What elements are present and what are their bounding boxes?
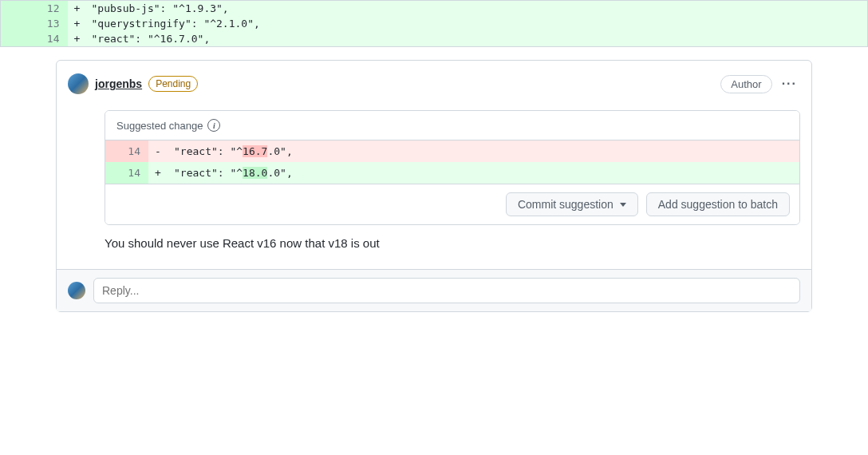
comment-header: jorgenbs Pending Author ···: [68, 73, 800, 94]
diff-added-row: 14+"react": "^16.7.0",: [1, 31, 868, 47]
avatar[interactable]: [68, 282, 85, 299]
suggested-change: Suggested change i 14 - "react": "^16.7.…: [105, 110, 800, 225]
suggestion-actions: Commit suggestion Add suggestion to batc…: [105, 184, 799, 224]
avatar[interactable]: [68, 73, 89, 94]
diff-added-row: 12+"pubsub-js": "^1.9.3",: [1, 1, 868, 17]
suggested-change-header: Suggested change i: [105, 111, 799, 140]
diff-marker: +: [148, 162, 166, 184]
diff-marker: +: [68, 16, 84, 31]
info-icon[interactable]: i: [207, 119, 220, 132]
chevron-down-icon: [620, 203, 626, 207]
suggestion-deleted-row: 14 - "react": "^16.7.0",: [105, 140, 799, 162]
reply-input[interactable]: [93, 278, 800, 303]
pending-badge: Pending: [148, 76, 198, 92]
diff-marker: +: [68, 1, 84, 17]
commit-suggestion-button[interactable]: Commit suggestion: [506, 192, 638, 216]
kebab-icon[interactable]: ···: [779, 77, 800, 91]
code-line: "react": "^16.7.0",: [166, 140, 799, 162]
diff-added-row: 13+"querystringify": "^2.1.0",: [1, 16, 868, 31]
diff-marker: +: [68, 31, 84, 47]
code-line: "react": "^16.7.0",: [84, 31, 868, 47]
diff-marker: -: [148, 140, 166, 162]
add-to-batch-button[interactable]: Add suggestion to batch: [646, 192, 790, 216]
review-comment: jorgenbs Pending Author ··· Suggested ch…: [56, 60, 812, 312]
line-number-left: [1, 16, 34, 31]
line-number: 14: [105, 140, 148, 162]
reply-row: [57, 269, 811, 311]
suggestion-added-row: 14 + "react": "^18.0.0",: [105, 162, 799, 184]
line-number-right: 14: [34, 31, 68, 47]
line-number-left: [1, 1, 34, 17]
code-line: "pubsub-js": "^1.9.3",: [84, 1, 868, 17]
code-line: "querystringify": "^2.1.0",: [84, 16, 868, 31]
diff-hunk: 12+"pubsub-js": "^1.9.3",13+"querystring…: [0, 0, 868, 47]
code-line: "react": "^18.0.0",: [166, 162, 799, 184]
line-number-left: [1, 31, 34, 47]
line-number-right: 13: [34, 16, 68, 31]
line-number: 14: [105, 162, 148, 184]
username-link[interactable]: jorgenbs: [95, 77, 142, 90]
line-number-right: 12: [34, 1, 68, 17]
suggested-change-label: Suggested change: [116, 120, 203, 132]
comment-text: You should never use React v16 now that …: [105, 236, 800, 250]
author-badge: Author: [720, 75, 771, 93]
